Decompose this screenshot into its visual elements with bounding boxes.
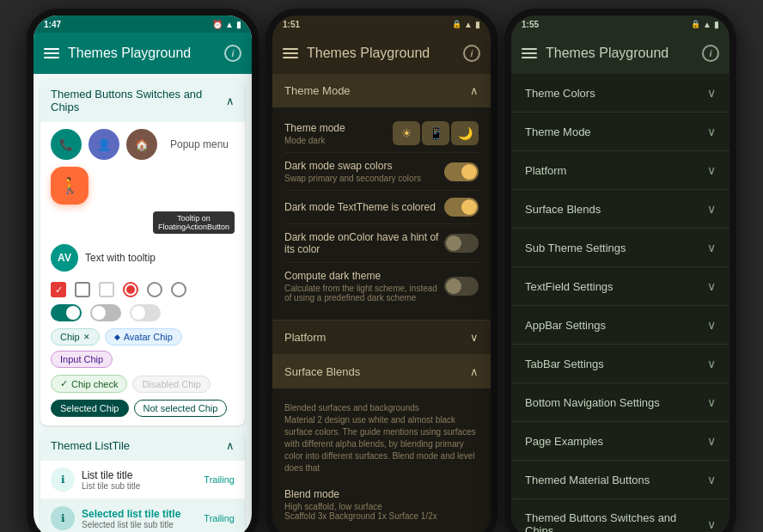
theme-mode-body: Theme mode Mode dark ☀ 📱 🌙 xyxy=(272,107,491,320)
dark-swap-toggle[interactable] xyxy=(444,162,479,181)
menu-button-2[interactable] xyxy=(283,48,298,58)
chip-avatar[interactable]: ◆ Avatar Chip xyxy=(105,328,182,345)
menu-button-3[interactable] xyxy=(522,48,537,58)
menu-chevron-8: ∨ xyxy=(707,395,716,409)
info-button-1[interactable]: i xyxy=(224,45,241,62)
toggle-off-2[interactable] xyxy=(130,304,161,321)
blend-mode-row: Blend mode High scaffold, low surfaceSca… xyxy=(284,481,479,528)
dark-texttheme-row: Dark mode TextTheme is colored xyxy=(284,191,479,224)
menu-item-8[interactable]: Bottom Navigation Settings ∨ xyxy=(511,383,729,422)
chip-not-selected[interactable]: Not selected Chip xyxy=(134,400,228,417)
theme-btn-phone[interactable]: 📱 xyxy=(422,121,449,145)
icon-buttons-row: 📞 👤 🏠 Popup menu 🚶 xyxy=(40,122,245,211)
menu-item-label-5: TextField Settings xyxy=(525,280,613,293)
platform-header[interactable]: Platform ∨ xyxy=(272,321,491,354)
chip-selected[interactable]: Selected Chip xyxy=(51,400,129,417)
radio-empty-1[interactable] xyxy=(147,282,162,297)
list-trailing-1: Trailing xyxy=(204,474,235,485)
dark-oncolor-toggle[interactable] xyxy=(444,234,479,253)
buttons-section: Themed Buttons Switches and Chips ∧ 📞 👤 … xyxy=(40,79,245,425)
contact-icon-btn[interactable]: 👤 xyxy=(89,129,119,160)
theme-mode-row-title: Theme mode xyxy=(284,122,393,134)
avatar-text: Text with tooltip xyxy=(85,252,156,264)
platform-section: Platform ∨ xyxy=(272,321,491,355)
status-bar-1: 1:47 ⏰ ▲ ▮ xyxy=(34,15,252,33)
dark-swap-sub: Swap primary and secondary colors xyxy=(284,174,444,183)
phone3: 1:55 🔒 ▲ ▮ Themes Playground i xyxy=(504,9,736,532)
menu-button-1[interactable] xyxy=(44,48,59,58)
chip-not-selected-label: Not selected Chip xyxy=(143,403,218,413)
phone2: 1:51 🔒 ▲ ▮ Themes Playground i xyxy=(266,9,497,532)
blend-mode-sub: High scaffold, low surfaceScaffold 3x Ba… xyxy=(284,502,479,521)
buttons-collapse-icon[interactable]: ∧ xyxy=(226,95,235,107)
menu-item-0[interactable]: Theme Colors ∨ xyxy=(511,74,729,113)
radio-filled[interactable] xyxy=(123,282,138,297)
surface-blends-section: Surface Blends ∧ Blended surfaces and ba… xyxy=(272,355,491,532)
menu-item-11[interactable]: Themed Buttons Switches and Chips ∨ xyxy=(511,499,729,532)
menu-item-7[interactable]: TabBar Settings ∨ xyxy=(511,345,729,383)
dark-compute-toggle[interactable] xyxy=(444,277,479,296)
dark-texttheme-toggle[interactable] xyxy=(444,198,479,217)
chip-check[interactable]: ✓ Chip check xyxy=(51,375,127,393)
theme-mode-header[interactable]: Theme Mode ∧ xyxy=(272,74,491,107)
menu-item-3[interactable]: Surface Blends ∨ xyxy=(511,190,729,229)
chip-disabled-label: Disabled Chip xyxy=(142,379,200,389)
list-item-2[interactable]: ℹ Selected list tile title Selected list… xyxy=(40,499,245,532)
theme-mode-section: Theme Mode ∧ Theme mode Mode dark ☀ xyxy=(272,74,491,321)
menu-chevron-2: ∨ xyxy=(707,163,716,177)
theme-btn-moon[interactable]: 🌙 xyxy=(451,121,479,145)
menu-item-1[interactable]: Theme Mode ∨ xyxy=(511,113,729,151)
theme-btn-sun[interactable]: ☀ xyxy=(393,121,420,145)
menu-item-6[interactable]: AppBar Settings ∨ xyxy=(511,306,729,345)
list-text-1: List tile title List tile sub title xyxy=(82,469,197,491)
dark-compute-row: Compute dark theme Calculate from the li… xyxy=(284,263,479,309)
status-icons-1: ⏰ ▲ ▮ xyxy=(212,20,241,29)
menu-item-label-1: Theme Mode xyxy=(525,125,591,138)
theme-mode-row-text: Theme mode Mode dark xyxy=(284,122,393,145)
menu-item-9[interactable]: Page Examples ∨ xyxy=(511,422,729,461)
alarm-icon: ⏰ xyxy=(212,20,223,29)
wifi-icon-2: ▲ xyxy=(464,20,473,29)
dark-oncolor-text: Dark mode onColor have a hint of its col… xyxy=(284,231,444,255)
dark-swap-row: Dark mode swap colors Swap primary and s… xyxy=(284,153,479,191)
menu-item-4[interactable]: Sub Theme Settings ∨ xyxy=(511,229,729,267)
theme-mode-collapse-icon: ∧ xyxy=(470,84,479,97)
menu-item-10[interactable]: Themed Material Buttons ∨ xyxy=(511,461,729,499)
dark-oncolor-title: Dark mode onColor have a hint of its col… xyxy=(284,231,444,255)
chip-close-icon[interactable]: ✕ xyxy=(83,333,90,341)
list-item-1[interactable]: ℹ List tile title List tile sub title Tr… xyxy=(40,461,245,499)
radio-empty-2[interactable] xyxy=(171,282,186,297)
chip-input[interactable]: Input Chip xyxy=(51,351,113,368)
chip-check-label: Chip check xyxy=(71,379,118,389)
menu-chevron-7: ∨ xyxy=(707,357,716,370)
checkboxes-row: ✓ xyxy=(40,278,245,301)
toggle-off-1[interactable] xyxy=(90,304,121,321)
checkbox-checked[interactable]: ✓ xyxy=(51,282,66,297)
person-icon-btn[interactable]: 🏠 xyxy=(126,129,157,160)
menu-item-5[interactable]: TextField Settings ∨ xyxy=(511,267,729,306)
info-button-3[interactable]: i xyxy=(702,45,719,62)
checkbox-empty-1[interactable] xyxy=(75,282,90,297)
surface-blends-collapse-icon: ∧ xyxy=(470,365,479,378)
dark-compute-sub: Calculate from the light scheme, instead… xyxy=(284,284,444,303)
platform-expand-icon: ∨ xyxy=(470,331,479,344)
list-tile-collapse-icon[interactable]: ∧ xyxy=(226,439,235,452)
menu-chevron-11: ∨ xyxy=(707,517,716,531)
tooltip-box: Tooltip on FloatingActionButton xyxy=(153,211,235,234)
battery-icon-3: ▮ xyxy=(714,20,719,29)
toggle-on[interactable] xyxy=(51,304,82,321)
theme-mode-selector[interactable]: ☀ 📱 🌙 xyxy=(393,121,479,145)
time-2: 1:51 xyxy=(283,20,300,29)
surface-blends-header[interactable]: Surface Blends ∧ xyxy=(272,355,491,388)
info-button-2[interactable]: i xyxy=(463,45,480,62)
checkbox-empty-2[interactable] xyxy=(99,282,114,297)
menu-chevron-10: ∨ xyxy=(707,473,716,486)
tooltip-line1: Tooltip on xyxy=(158,214,229,223)
lock-icon-2: 🔒 xyxy=(452,20,461,28)
menu-item-2[interactable]: Platform ∨ xyxy=(511,151,729,190)
chip-default[interactable]: Chip ✕ xyxy=(51,328,100,345)
phone-icon-btn[interactable]: 📞 xyxy=(51,129,82,160)
chips-row-2: ✓ Chip check Disabled Chip xyxy=(40,371,245,396)
chip-label: Chip xyxy=(60,332,80,342)
fab-button[interactable]: 🚶 xyxy=(51,167,89,205)
